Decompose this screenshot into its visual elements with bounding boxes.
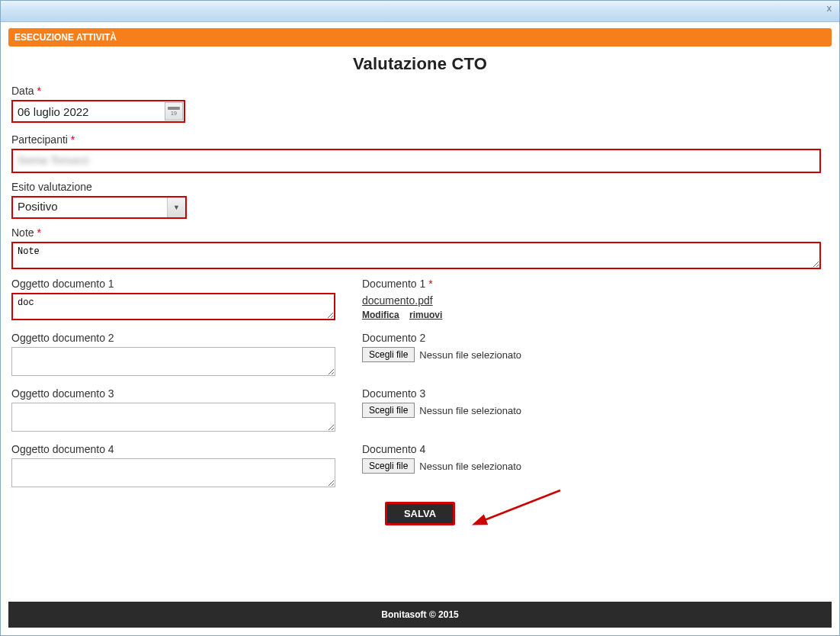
save-button[interactable]: SALVA [385,502,455,525]
obj2-textarea[interactable] [11,347,335,376]
section-header: ESECUZIONE ATTIVITÀ [8,28,832,47]
close-icon[interactable]: x [824,2,835,14]
content-area: ESECUZIONE ATTIVITÀ Valutazione CTO Data… [1,22,839,525]
partecipanti-input[interactable]: Soma Tonucci [11,149,821,173]
page-title: Valutazione CTO [8,54,832,74]
doc1-link[interactable]: documento.pdf [362,294,433,307]
esito-select-wrap: Positivo ▼ [11,196,187,219]
label-doc4: Documento 4 [362,443,829,455]
footer: Bonitasoft © 2015 [8,602,832,628]
modal-window: x ESECUZIONE ATTIVITÀ Valutazione CTO Da… [0,0,840,636]
obj1-textarea[interactable] [11,293,335,320]
doc2-choose-button[interactable]: Scegli file [362,347,415,362]
doc3-choose-button[interactable]: Scegli file [362,403,415,418]
svg-line-0 [483,490,560,521]
label-obj4: Oggetto documento 4 [11,443,347,455]
doc4-file-text: Nessun file selezionato [419,461,521,472]
save-row: SALVA [11,502,829,525]
doc1-edit-link[interactable]: Modifica [362,310,399,320]
doc4-choose-button[interactable]: Scegli file [362,458,415,474]
calendar-icon[interactable]: 19 [165,102,183,120]
date-field-wrap: 19 [11,100,185,123]
label-partecipanti: Partecipanti * [11,133,829,146]
label-data: Data * [11,85,829,97]
label-note: Note * [11,226,829,239]
label-doc3: Documento 3 [362,387,829,400]
obj3-textarea[interactable] [11,403,335,432]
obj4-textarea[interactable] [11,458,335,487]
form: Data * 19 Partecipanti * Soma Tonucci Es… [8,85,832,525]
doc1-actions: Modifica rimuovi [362,310,829,320]
label-doc1: Documento 1 * [362,278,829,290]
label-doc2: Documento 2 [362,332,829,344]
label-obj2: Oggetto documento 2 [11,332,347,344]
titlebar: x [1,1,839,22]
doc3-file-text: Nessun file selezionato [419,405,521,416]
doc1-remove-link[interactable]: rimuovi [409,310,442,320]
note-textarea[interactable] [11,242,821,269]
doc2-file-text: Nessun file selezionato [419,349,521,361]
label-obj3: Oggetto documento 3 [11,387,347,400]
date-input[interactable] [11,100,185,123]
label-obj1: Oggetto documento 1 [11,278,347,290]
esito-select[interactable]: Positivo [11,196,187,219]
annotation-arrow-icon [469,487,575,540]
label-esito: Esito valutazione [11,181,829,193]
